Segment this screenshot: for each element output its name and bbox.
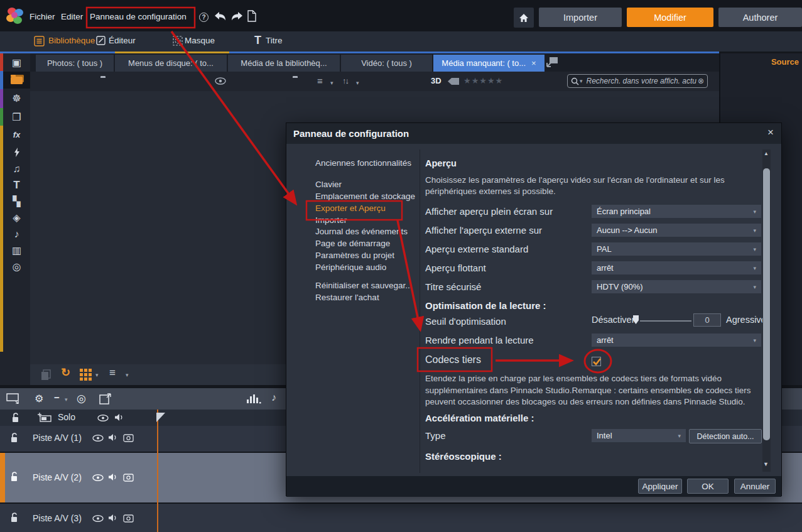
track-monitor-icon[interactable] <box>123 474 134 482</box>
track-monitor-icon[interactable] <box>123 434 134 442</box>
chevron-down-icon[interactable]: ▾ <box>126 372 129 378</box>
audio-mixer-icon[interactable] <box>246 394 261 404</box>
search-icon[interactable] <box>571 77 579 85</box>
nav-peripherique-audio[interactable]: Périphérique audio <box>315 263 386 272</box>
tab-masque[interactable]: Masque <box>185 36 215 45</box>
tab-photos[interactable]: Photos: ( tous ) <box>36 55 114 72</box>
layers-icon[interactable]: ◈ <box>3 209 30 226</box>
fullscreen-preview-dropdown[interactable]: Écran principal▾ <box>592 205 761 218</box>
speaker-icon[interactable] <box>108 433 117 442</box>
chevron-down-icon[interactable]: ▾ <box>330 80 333 86</box>
nav-clavier[interactable]: Clavier <box>315 180 342 189</box>
timeline-window-icon[interactable] <box>6 393 20 404</box>
lock-icon[interactable] <box>10 433 19 444</box>
timeline-settings-gear-icon[interactable]: ⚙ <box>35 393 43 404</box>
eye-icon[interactable] <box>97 415 109 421</box>
eye-icon[interactable] <box>92 474 104 481</box>
tab-media-manquant-active[interactable]: Média manquant: ( to... × <box>433 55 545 72</box>
thumbnail-grid-icon[interactable] <box>80 369 92 381</box>
scorefitter-clef-icon[interactable]: ♪ <box>271 392 276 403</box>
hw-type-dropdown[interactable]: Intel▾ <box>592 429 686 442</box>
authorer-button[interactable]: Authorer <box>718 8 802 27</box>
tab-video[interactable]: Vidéo: ( tous ) <box>341 55 432 72</box>
tab-media-bibliotheque[interactable]: Média de la bibliothèq... <box>228 55 340 72</box>
sort-icon[interactable]: ↑↓ <box>342 76 348 85</box>
montage-blocks-icon[interactable]: ▚ <box>3 193 30 210</box>
nav-exporter-et-apercu[interactable]: Exporter et Aperçu <box>315 204 386 213</box>
close-tab-icon[interactable]: × <box>531 58 536 68</box>
pages-icon[interactable] <box>41 369 51 381</box>
effects-fx-icon[interactable]: fx <box>3 126 30 143</box>
importer-button[interactable]: Importer <box>539 8 622 27</box>
external-standard-dropdown[interactable]: PAL▾ <box>592 242 761 256</box>
undo-icon[interactable] <box>214 11 227 21</box>
safe-title-dropdown[interactable]: HDTV (90%)▾ <box>592 280 761 293</box>
film-reel-icon[interactable]: ☸ <box>3 90 30 107</box>
tab-bibliotheque[interactable]: Bibliothèque <box>48 36 95 45</box>
eye-icon[interactable] <box>92 435 104 442</box>
home-button[interactable] <box>514 8 534 28</box>
menu-fichier[interactable]: Fichier <box>30 12 55 21</box>
speaker-icon[interactable] <box>108 514 117 522</box>
detection-auto-button[interactable]: Détection auto... <box>689 429 762 443</box>
dialog-scrollbar-thumb[interactable] <box>763 168 770 440</box>
appliquer-button[interactable]: Appliquer <box>638 479 682 494</box>
nav-restaurer-achat[interactable]: Restaurer l'achat <box>315 293 379 302</box>
document-icon[interactable] <box>247 10 256 22</box>
chevron-down-icon[interactable]: ▾ <box>65 396 68 403</box>
3d-filter-label[interactable]: 3D <box>431 76 442 85</box>
disc-burn-icon[interactable]: ◎ <box>77 392 86 405</box>
track-row-3[interactable]: Piste A/V (3) <box>0 504 802 532</box>
collections-icon[interactable]: ▣ <box>3 54 30 71</box>
scroll-up-icon[interactable]: ▲ <box>764 151 769 156</box>
solo-label[interactable]: Solo <box>58 412 75 422</box>
ok-button[interactable]: OK <box>687 479 729 494</box>
nav-emplacement-de-stockage[interactable]: Emplacement de stockage <box>315 192 415 201</box>
titles-icon[interactable]: T <box>3 176 30 193</box>
search-input[interactable] <box>585 76 698 86</box>
playhead-line[interactable] <box>157 410 158 532</box>
nav-anciennes-fonctionnalites[interactable]: Anciennes fonctionnalités <box>315 158 411 168</box>
export-frame-icon[interactable] <box>99 393 112 404</box>
eye-icon[interactable] <box>92 515 104 522</box>
rating-stars-icon[interactable]: ★★★★★ <box>463 76 503 85</box>
threshold-value-input[interactable] <box>694 314 720 326</box>
help-icon[interactable]: ? <box>199 13 209 22</box>
clear-search-icon[interactable]: ⊗ <box>698 77 704 85</box>
slider-track[interactable] <box>640 320 691 322</box>
lock-icon[interactable] <box>11 413 21 423</box>
floating-preview-dropdown[interactable]: arrêt▾ <box>592 261 761 274</box>
slider-handle[interactable] <box>632 315 639 325</box>
playhead-flag-icon[interactable] <box>156 412 166 423</box>
piano-keys-icon[interactable]: ▥ <box>3 242 30 259</box>
chevron-down-icon[interactable]: ▾ <box>95 372 99 378</box>
chevron-down-icon[interactable]: ▾ <box>356 80 359 86</box>
lock-icon[interactable] <box>10 513 19 524</box>
nav-parametres-du-projet[interactable]: Paramètres du projet <box>315 251 394 260</box>
folders-icon-active[interactable] <box>3 72 30 89</box>
annuler-button[interactable]: Annuler <box>734 479 776 494</box>
dialog-close-icon[interactable]: × <box>767 126 774 139</box>
nav-importer[interactable]: Importer <box>315 215 347 225</box>
photos-icon[interactable]: ❐ <box>3 109 30 126</box>
codecs-tiers-checkbox[interactable] <box>592 357 601 366</box>
chevron-down-icon[interactable]: ▾ <box>580 78 583 84</box>
music-note-icon[interactable]: ♫ <box>3 160 30 177</box>
track-monitor-icon[interactable] <box>123 514 134 523</box>
menu-panneau-de-configuration[interactable]: Panneau de configuration <box>90 12 187 21</box>
nav-page-de-demarrage[interactable]: Page de démarrage <box>315 239 390 248</box>
view-list-icon[interactable]: ≡ <box>317 75 323 86</box>
sync-refresh-icon[interactable]: ↻ <box>61 366 70 379</box>
nav-journal-des-evenements[interactable]: Journal des événements <box>315 227 408 236</box>
disc-icon[interactable]: ◎ <box>3 258 30 275</box>
nav-reinitialiser-et-sauvegarder[interactable]: Réinitialiser et sauvegar... <box>315 281 413 290</box>
tab-menus-de-disque[interactable]: Menus de disque: ( to... <box>115 55 227 72</box>
speaker-icon[interactable] <box>114 413 124 421</box>
tab-editeur[interactable]: Éditeur <box>109 36 136 45</box>
speaker-icon[interactable] <box>108 473 117 481</box>
lock-icon[interactable] <box>10 472 19 483</box>
scroll-down-icon[interactable]: ▼ <box>763 461 769 467</box>
tab-titre[interactable]: Titre <box>266 36 283 45</box>
render-during-playback-dropdown[interactable]: arrêt▾ <box>592 334 761 347</box>
treble-clef-icon[interactable]: ♪ <box>3 225 30 242</box>
